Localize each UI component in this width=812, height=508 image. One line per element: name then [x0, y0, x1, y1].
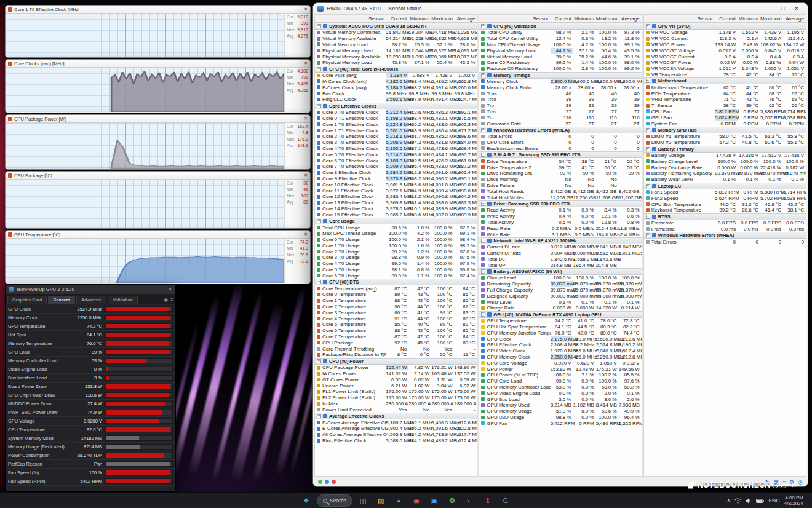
- column-header[interactable]: Maximum: [760, 16, 783, 22]
- taskbar-icon-photos-app[interactable]: ❂: [445, 494, 460, 507]
- gpuz-sensor-row[interactable]: System Memory Used14182 MB: [6, 434, 175, 443]
- close-icon[interactable]: ✕: [304, 232, 308, 237]
- sensor-row[interactable]: Core 1 T0 Effective Clock5,224.8 MHz405.…: [315, 121, 477, 127]
- collapse-icon[interactable]: −: [481, 153, 485, 157]
- sensor-group-header[interactable]: −Memory SPD Hub: [644, 127, 806, 133]
- sensor-row[interactable]: GPU Fan5,412 RPM0 RPM5,480 RPM5,322 RPM: [479, 420, 641, 426]
- sensor-row[interactable]: Physical Memory Available18,230 MB16,090…: [315, 54, 477, 60]
- sensor-group-header[interactable]: −Average Effective Clocks: [315, 413, 477, 419]
- sensor-row[interactable]: PL1 Power Limit (Static)175.00 W175.00 W…: [315, 389, 477, 395]
- hwinfo-titlebar[interactable]: HWiNFO64 v7.46-5110 — Sensor Status – □ …: [313, 3, 808, 14]
- sensor-row[interactable]: Read Rate0.2 MB/s0.0 MB/s212.4 MB/s1.8 M…: [479, 225, 641, 231]
- sensor-row[interactable]: Drive WarningNoNoNo-: [479, 177, 641, 183]
- sensor-row[interactable]: Battery Discharge Rate0.000 W0.000 W22.4…: [644, 164, 806, 170]
- sensor-row[interactable]: Framerate0.0 FPS0.0 FPS0.0 FPS0.0 FPS: [644, 220, 806, 226]
- column-header[interactable]: Current: [386, 16, 408, 22]
- camera-icon[interactable]: ◉: [164, 297, 168, 303]
- sensor-row[interactable]: E-Cores Clock (avg)3,184.2 MHz698.2 MHz4…: [315, 84, 477, 90]
- sensor-row[interactable]: Total Host Writes11,208 GB11,206 GB11,20…: [479, 194, 641, 200]
- sensor-row[interactable]: DIMM #1 Temperature58.0 °C41.5 °C61.3 °C…: [644, 133, 806, 140]
- sensor-row[interactable]: Trcd39393939: [479, 97, 641, 103]
- collapse-icon[interactable]: −: [481, 312, 485, 317]
- battery-icon[interactable]: [756, 499, 764, 503]
- sensor-row[interactable]: VRM Temperature71 °C43 °C76 °C69 °C: [644, 97, 806, 103]
- sensor-row[interactable]: IA Cores Clock (avg)4,182.6 MHz798.4 MHz…: [315, 79, 477, 85]
- sensor-row[interactable]: Trp39393939: [479, 103, 641, 109]
- sensor-row[interactable]: Core 15 Effective Clock3,965.2 MHz298.6 …: [315, 212, 477, 218]
- sensor-row[interactable]: Read Activity0.1 %0.0 %8.4 %0.3 %: [479, 207, 641, 213]
- sensor-row[interactable]: Max CPU/Thread Usage100.0 %4.2 %100.0 %9…: [479, 42, 641, 48]
- collapse-icon[interactable]: −: [646, 147, 650, 151]
- sensor-group-header[interactable]: −System: ASUS ROG Strix SCAR 18 G834JYR: [315, 23, 477, 30]
- graph-plot[interactable]: [6, 123, 284, 169]
- sensor-row[interactable]: GPU Temperature74.2 °C41.0 °C78.6 °C72.8…: [479, 318, 641, 324]
- gpuz-tab-sensors[interactable]: Sensors: [48, 296, 75, 304]
- sensor-row[interactable]: VR VCCGT Voltage0.012 V0.000 V0.840 V0.0…: [644, 47, 806, 54]
- sensor-row[interactable]: Write Activity0.4 %0.0 %12.1 %0.6 %: [479, 213, 641, 220]
- sensor-row[interactable]: T_Sensor58 °C39 °C62 °C56 °C: [644, 103, 806, 109]
- sensor-row[interactable]: GPU Effective Clock2,168.4 MHz38.2 MHz2,…: [479, 342, 641, 348]
- sensor-row[interactable]: GPU Memory Controller Load53.0 %0.0 %58.…: [479, 384, 641, 391]
- sensor-row[interactable]: Frametime0.0 ms0.0 ms0.0 ms0.0 ms: [644, 226, 806, 232]
- column-header[interactable]: Current: [715, 16, 738, 22]
- sensor-row[interactable]: Keyboard Temperature39.2 °C28.6 °C41.4 °…: [644, 207, 806, 213]
- sensor-list[interactable]: −CPU VR (SVID)VR VCC Voltage1.178 V0.662…: [644, 23, 806, 476]
- sensor-row[interactable]: Tcas40404040: [479, 90, 641, 97]
- sensor-row[interactable]: Core 13 Effective Clock3,969.8 MHz301.4 …: [315, 200, 477, 206]
- sensor-row[interactable]: Core 8 Effective Clock3,984.2 MHz312.8 M…: [315, 170, 477, 176]
- sensor-row[interactable]: GPU Memory Usage51.3 %6.9 %52.6 %49.9 %: [479, 408, 641, 415]
- sensor-list[interactable]: −System: ASUS ROG Strix SCAR 18 G834JYRV…: [315, 23, 477, 476]
- menu-icon[interactable]: ≡: [170, 297, 173, 303]
- collapse-icon[interactable]: −: [481, 128, 485, 132]
- sensor-row[interactable]: Tras77777777: [479, 109, 641, 115]
- collapse-icon[interactable]: −: [646, 24, 650, 28]
- sensor-group-header[interactable]: −CPU [#0] DTS: [315, 279, 477, 285]
- sensor-row[interactable]: Core 6 T0 Effective Clock5,188.3 MHz382.…: [315, 157, 477, 164]
- graph-window-titlebar[interactable]: CPU Package Power [W]✕: [6, 115, 310, 123]
- gpuz-sensor-row[interactable]: Hot Spot84.1 °C: [6, 331, 175, 339]
- gpuz-sensor-row[interactable]: MVDDC Power Draw27.4 W: [6, 400, 175, 408]
- sensor-group-header[interactable]: −CPU [#0] Utilization: [479, 23, 641, 30]
- gpuz-sensor-row[interactable]: Memory Controller Load53 %: [6, 357, 175, 365]
- taskbar-icon-task-view[interactable]: ◫: [356, 494, 370, 507]
- sensor-row[interactable]: Power Limit ExceededYesNoYes-: [315, 407, 477, 413]
- gpuz-sensor-row[interactable]: Memory Temperature76.0 °C: [6, 339, 175, 348]
- taskbar-icon-gpuz-app[interactable]: G: [498, 494, 513, 507]
- sensor-row[interactable]: Command Rate2T2T2T2T: [479, 121, 641, 127]
- sensor-row[interactable]: Ring Effective Clock3,588.6 MHz884.1 MHz…: [315, 438, 477, 444]
- sensor-row[interactable]: Core 4 T0 Effective Clock5,192.5 MHz387.…: [315, 146, 477, 152]
- sensor-row[interactable]: Core Thermal ThrottlingNoNoYes-: [315, 346, 477, 352]
- sensor-group-header[interactable]: −Motherboard: [644, 77, 806, 84]
- sensor-row[interactable]: Virtual Memory Available54,214 MB51,638 …: [315, 36, 477, 42]
- sensor-group-header[interactable]: −GPU [#0]: NVIDIA GeForce RTX 4090 Lapto…: [479, 311, 641, 318]
- sensor-row[interactable]: Current DL rate0.012 MB/s0.000 MB/s2.841…: [479, 244, 641, 250]
- close-button[interactable]: ✕: [790, 6, 803, 12]
- gpuz-sensor-row[interactable]: GPU Clock2527.9 MHz: [6, 305, 175, 314]
- sensor-row[interactable]: Uncore Power6.21 W1.02 W9.84 W6.02 W: [315, 383, 477, 389]
- sensor-row[interactable]: GT Cores Power0.05 W0.00 W1.31 W0.09 W: [315, 376, 477, 383]
- sensor-row[interactable]: Total Errors0000: [644, 239, 806, 245]
- sensor-row[interactable]: Motherboard Temperature62 °C41 °C66 °C60…: [644, 84, 806, 90]
- taskbar-icon-start-button[interactable]: ❖: [299, 494, 314, 507]
- sensor-row[interactable]: Core 10 Effective Clock3,981.5 MHz315.6 …: [315, 181, 477, 188]
- sensor-row[interactable]: Charge Rate0.000 W0.000 W14.820 W0.214 W: [479, 305, 641, 311]
- sensor-row[interactable]: GPU Power (% of TDP)88.0 %7.1 %100.2 %85…: [479, 372, 641, 378]
- collapse-icon[interactable]: −: [646, 79, 650, 83]
- collapse-icon[interactable]: −: [481, 239, 485, 243]
- sensor-row[interactable]: Core 11 Effective Clock3,972.1 MHz304.9 …: [315, 188, 477, 194]
- sensor-row[interactable]: Core 7 Temperature87 °C42 °C100 °C84 °C: [315, 334, 477, 340]
- column-header[interactable]: Sensor: [315, 16, 386, 22]
- gpuz-tab-graphics-card[interactable]: Graphics Card: [7, 296, 47, 304]
- sensor-row[interactable]: GPU Hot Spot Temperature84.1 °C44.5 °C88…: [479, 324, 641, 330]
- collapse-icon[interactable]: −: [481, 269, 485, 274]
- sensor-row[interactable]: Core 7 T0 Effective Clock5,209.7 MHz396.…: [315, 164, 477, 170]
- column-header[interactable]: Average: [619, 16, 642, 22]
- gpuz-sensor-row[interactable]: Memory Usage (Dedicated)8214 MB: [6, 443, 175, 451]
- sensor-row[interactable]: Core 5 Temperature85 °C40 °C99 °C82 °C: [315, 322, 477, 328]
- sensor-row[interactable]: Core 14 Effective Clock3,978.6 MHz310.1 …: [315, 206, 477, 212]
- gpuz-tab-validation[interactable]: Validation: [108, 296, 137, 304]
- sensor-row[interactable]: Core 2 Temperature90 °C44 °C100 °C87 °C: [315, 304, 477, 310]
- sensor-group-header[interactable]: −Drive: Samsung SSD 990 PRO 2TB: [479, 200, 641, 207]
- sensor-row[interactable]: GPU D3D Usage98.8 %0.0 %100.0 %96.4 %: [479, 415, 641, 421]
- sensor-row[interactable]: Package C0 Residency100.0 %2.8 %100.0 %9…: [479, 66, 641, 72]
